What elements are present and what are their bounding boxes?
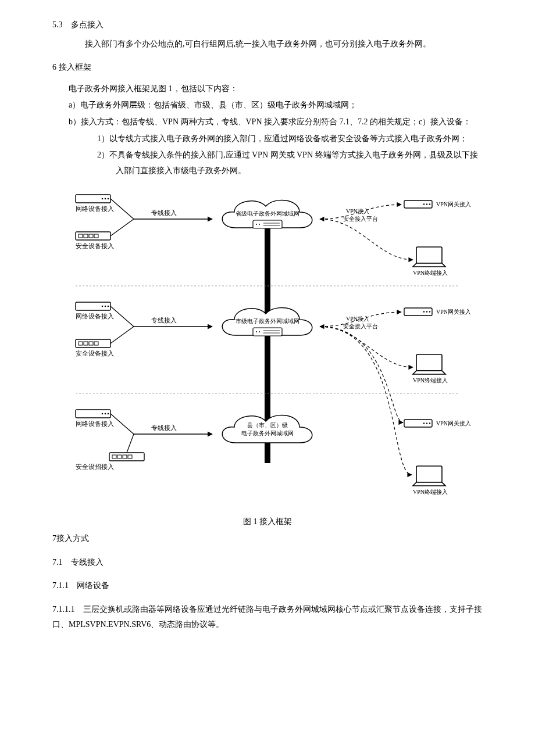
sec6-body: 电子政务外网接入框架见图 1，包括以下内容： a）电子政务外网层级：包括省级、市… [69, 81, 483, 179]
svg-text:县（市、区）级: 县（市、区）级 [247, 422, 288, 428]
svg-text:VPN接入: VPN接入 [346, 316, 369, 322]
sec-title: 多点接入 [71, 20, 104, 29]
figure-1: 网络设备接入 安全设备接入 专线接入 省级电子政务外网城域网 VPN接入 安全接… [52, 184, 483, 510]
heading-6: 6 接入框架 [52, 60, 483, 76]
heading-5-3: 5.3 多点接入 [52, 17, 483, 33]
para-5-3: 接入部门有多个办公地点的,可自行组网后,统一接入电子政务外网，也可分别接入电子政… [69, 37, 483, 52]
tier-province: 网络设备接入 安全设备接入 专线接入 省级电子政务外网城域网 VPN接入 安全接… [76, 195, 471, 286]
lbl-leased: 专线接入 [151, 209, 177, 216]
cloud-province: 省级电子政务外网城域网 [236, 210, 299, 217]
figure-caption: 图 1 接入框架 [52, 514, 483, 530]
sec6-intro: 电子政务外网接入框架见图 1，包括以下内容： [69, 81, 483, 97]
svg-text:安全设招接入: 安全设招接入 [76, 463, 114, 470]
svg-text:VPN终端接入: VPN终端接入 [413, 377, 448, 384]
diagram-svg: 网络设备接入 安全设备接入 专线接入 省级电子政务外网城域网 VPN接入 安全接… [64, 184, 471, 510]
sec6-a: a）电子政务外网层级：包括省级、市级、县（市、区）级电子政务外网城域网； [69, 98, 483, 113]
svg-text:安全接入平台: 安全接入平台 [343, 323, 378, 329]
svg-text:VPN终端接入: VPN终端接入 [413, 489, 448, 495]
lbl-vpngw: VPN网关接入 [436, 201, 471, 207]
svg-text:电子政务外网城域网: 电子政务外网城域网 [241, 430, 294, 436]
sec6-b: b）接入方式：包括专线、VPN 两种方式，专线、VPN 接入要求应分别符合 7.… [69, 114, 483, 130]
tier-city: 网络设备接入 安全设备接入 专线接入 市级电子政务外网城域网 VPN接入 安全接… [76, 302, 471, 393]
para-7-1-1-1: 7.1.1.1 三层交换机或路由器等网络设备应通过光纤链路与电子政务外网城域网核… [52, 602, 483, 633]
svg-text:VPN网关接入: VPN网关接入 [436, 309, 471, 315]
heading-7-1: 7.1 专线接入 [52, 555, 483, 571]
sec6-c2: 2）不具备专线接入条件的接入部门,应通过 VPN 网关或 VPN 终端等方式接入… [116, 148, 483, 178]
heading-7: 7接入方式 [52, 531, 483, 547]
lbl-platform: 安全接入平台 [343, 216, 378, 222]
svg-text:网络设备接入: 网络设备接入 [76, 420, 114, 427]
lbl-vpn: VPN接入 [346, 208, 369, 214]
heading-7-1-1: 7.1.1 网络设备 [52, 578, 483, 594]
sec-num: 5.3 [52, 17, 63, 33]
lbl-vpnterm: VPN终端接入 [413, 270, 448, 276]
svg-text:专线接入: 专线接入 [151, 317, 177, 324]
sec6-c1: 1）以专线方式接入电子政务外网的接入部门，应通过网络设备或者安全设备等方式接入电… [116, 131, 483, 147]
svg-text:专线接入: 专线接入 [151, 424, 177, 431]
tier-county: 网络设备接入 安全设招接入 专线接入 县（市、区）级 电子政务外网城域网 VPN… [76, 410, 471, 495]
svg-text:市级电子政务外网城域网: 市级电子政务外网城域网 [236, 318, 299, 324]
svg-text:VPN网关接入: VPN网关接入 [436, 420, 471, 427]
lbl-secdev: 安全设备接入 [76, 242, 114, 249]
sec6-sublist: 1）以专线方式接入电子政务外网的接入部门，应通过网络设备或者安全设备等方式接入电… [97, 131, 483, 179]
lbl-netdev: 网络设备接入 [76, 205, 114, 212]
svg-text:安全设备接入: 安全设备接入 [76, 350, 114, 357]
svg-text:网络设备接入: 网络设备接入 [76, 313, 114, 320]
